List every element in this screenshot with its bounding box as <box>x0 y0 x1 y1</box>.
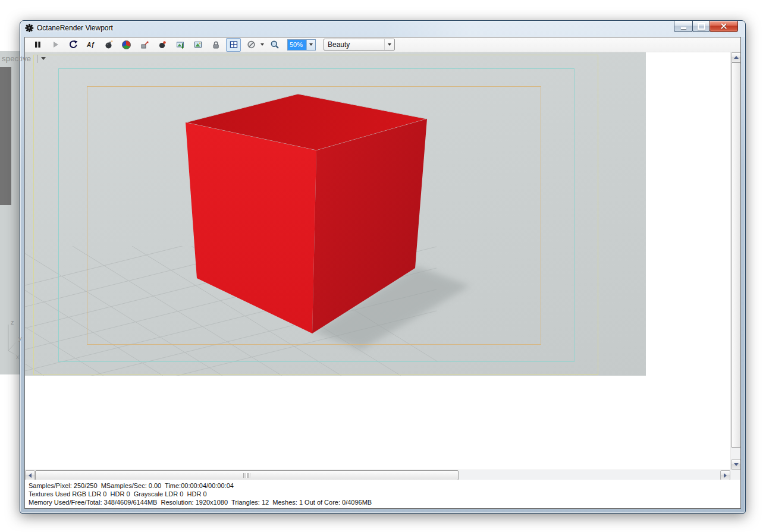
scrollbar-corner <box>730 470 740 480</box>
quad-view-toggle[interactable] <box>226 38 241 52</box>
axis-gizmo: z y x <box>2 314 38 361</box>
restart-icon <box>68 40 78 49</box>
octane-render-window: OctaneRender Viewport <box>20 20 746 514</box>
material-picker-button[interactable] <box>137 38 152 52</box>
minimize-button[interactable] <box>674 21 693 32</box>
autofocus-button[interactable]: Aƒ <box>83 38 98 52</box>
lock-icon <box>211 40 221 49</box>
copy-image-button[interactable] <box>190 38 205 52</box>
status-memory: Memory Used/Free/Total: 348/4609/6144MB … <box>29 498 740 506</box>
no-preview-icon <box>247 40 256 49</box>
zoom-dropdown-button[interactable] <box>306 40 315 50</box>
viewport-label-text: spective <box>2 54 31 63</box>
host-viewport-label[interactable]: spective <box>2 53 46 64</box>
bomb-icon <box>104 40 114 49</box>
save-image-button[interactable] <box>172 38 187 52</box>
statusbar: Samples/Pixel: 250/250 MSamples/Sec: 0.0… <box>25 480 740 508</box>
magnifier-icon <box>270 40 280 49</box>
thumb-grip <box>243 473 244 478</box>
titlebar[interactable]: OctaneRender Viewport <box>20 21 745 37</box>
lock-viewport-button[interactable] <box>208 38 223 52</box>
horizontal-scrollbar[interactable] <box>25 470 730 480</box>
close-icon <box>720 23 727 30</box>
save-image-icon <box>175 40 185 49</box>
render-bomb-button[interactable] <box>101 38 116 52</box>
white-balance-button[interactable] <box>119 38 134 52</box>
autofocus-icon: Aƒ <box>87 42 95 48</box>
arrow-up-icon <box>734 56 739 59</box>
status-samples: Samples/Pixel: 250/250 MSamples/Sec: 0.0… <box>29 481 740 490</box>
host-side-panel <box>0 67 11 205</box>
image-icon <box>193 40 203 49</box>
resume-render-button[interactable] <box>48 38 62 52</box>
pause-icon <box>33 40 42 49</box>
chevron-down-icon <box>309 43 313 46</box>
axis-x-label: x <box>16 353 20 360</box>
pause-render-button[interactable] <box>30 38 45 52</box>
arrow-down-icon <box>734 463 739 466</box>
vertical-scrollbar-thumb[interactable] <box>731 62 741 448</box>
minimize-icon <box>681 27 686 29</box>
preview-mode-button[interactable] <box>244 38 259 52</box>
scroll-left-button[interactable] <box>25 470 35 480</box>
toolbar: Aƒ <box>25 37 740 52</box>
zoom-level-combobox[interactable]: 50% <box>287 39 316 51</box>
vertical-scrollbar[interactable] <box>730 52 740 470</box>
thumb-grip <box>247 473 249 478</box>
label-divider <box>37 55 37 63</box>
horizontal-scrollbar-thumb[interactable] <box>35 470 459 480</box>
viewport-label-dropdown-icon[interactable] <box>41 57 46 60</box>
axis-z-label: z <box>11 319 14 326</box>
preview-dropdown-arrow[interactable] <box>260 43 264 46</box>
quad-view-icon <box>229 40 238 49</box>
render-scene <box>25 52 646 376</box>
material-picker-icon <box>140 40 149 49</box>
focus-picker-button[interactable] <box>155 38 169 52</box>
thumb-grip <box>246 473 247 478</box>
focus-picker-icon <box>158 40 167 49</box>
play-icon <box>51 40 60 49</box>
scroll-right-button[interactable] <box>720 470 730 480</box>
zoom-tool-button[interactable] <box>267 38 282 52</box>
zoom-level-value[interactable]: 50% <box>288 40 306 50</box>
render-pass-dropdown-button[interactable] <box>384 39 394 50</box>
scroll-down-button[interactable] <box>731 459 741 470</box>
rgb-sphere-icon <box>122 40 131 49</box>
client-area: Aƒ <box>24 37 741 509</box>
status-textures: Textures Used RGB LDR 0 HDR 0 Grayscale … <box>29 490 740 498</box>
maximize-button[interactable] <box>692 21 710 32</box>
window-title: OctaneRender Viewport <box>37 24 113 32</box>
arrow-right-icon <box>724 473 727 478</box>
arrow-left-icon <box>29 473 32 478</box>
maximize-icon <box>698 23 705 30</box>
chevron-down-icon <box>388 43 391 46</box>
scroll-up-button[interactable] <box>731 52 741 62</box>
screen: OctaneRender Viewport <box>0 0 766 532</box>
render-pass-value: Beauty <box>324 39 384 50</box>
render-viewport[interactable] <box>25 52 646 376</box>
octane-logo-icon <box>25 24 33 32</box>
close-button[interactable] <box>710 21 738 32</box>
cube-front-face <box>186 122 316 333</box>
render-pass-combobox[interactable]: Beauty <box>324 39 395 51</box>
restart-render-button[interactable] <box>65 38 80 52</box>
thumb-grip <box>250 473 251 478</box>
axis-y-label: y <box>18 335 22 342</box>
